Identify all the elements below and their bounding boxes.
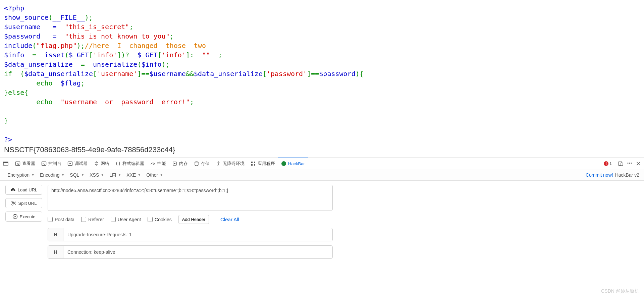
page-content: <?php show_source(__FILE__); $username =… bbox=[0, 0, 644, 158]
header-value[interactable]: Upgrade-Insecure-Requests: 1 bbox=[63, 228, 332, 241]
url-input[interactable] bbox=[48, 185, 333, 211]
svg-point-8 bbox=[195, 162, 198, 163]
error-counter[interactable]: !1 bbox=[604, 161, 612, 166]
hackbar-left-buttons: Load URL Split URL Execute bbox=[5, 185, 42, 259]
error-icon: ! bbox=[604, 161, 608, 166]
devtools-panel: 查看器 控制台 调试器 网络 样式编辑器 性能 内存 存储 无障碍环境 应用程序… bbox=[0, 158, 644, 263]
svg-rect-1 bbox=[3, 162, 8, 163]
commit-link[interactable]: Commit now!HackBar v2 bbox=[586, 172, 639, 178]
svg-point-5 bbox=[69, 163, 71, 164]
svg-rect-7 bbox=[174, 163, 175, 164]
checkbox-referer[interactable]: Referer bbox=[81, 217, 104, 222]
svg-rect-3 bbox=[42, 162, 46, 165]
dock-icon[interactable] bbox=[3, 161, 9, 167]
header-row[interactable]: H Connection: keep-alive bbox=[48, 245, 333, 259]
scissors-icon bbox=[11, 200, 16, 206]
load-url-button[interactable]: Load URL bbox=[5, 185, 42, 195]
menu-other[interactable]: Other▼ bbox=[144, 169, 166, 181]
close-devtools-icon[interactable] bbox=[635, 161, 641, 167]
menu-xss[interactable]: XSS▼ bbox=[87, 169, 107, 181]
hackbar-toolbar: Encryption▼ Encoding▼ SQL▼ XSS▼ LFI▼ XXE… bbox=[0, 169, 644, 181]
tab-applications[interactable]: 应用程序 bbox=[248, 158, 278, 169]
header-row[interactable]: H Upgrade-Insecure-Requests: 1 bbox=[48, 228, 333, 241]
menu-encryption[interactable]: Encryption▼ bbox=[5, 169, 37, 181]
svg-rect-11 bbox=[254, 162, 255, 163]
header-marker: H bbox=[48, 228, 63, 241]
svg-point-17 bbox=[12, 201, 13, 202]
flag-output: NSSCTF{70863063-8f55-4e9e-9afe-78856d233… bbox=[4, 145, 640, 154]
hackbar-version: HackBar v2 bbox=[615, 172, 639, 178]
add-header-button[interactable]: Add Header bbox=[178, 215, 209, 224]
menu-sql[interactable]: SQL▼ bbox=[67, 169, 87, 181]
responsive-mode-icon[interactable] bbox=[618, 161, 624, 167]
header-value[interactable]: Connection: keep-alive bbox=[63, 246, 332, 258]
tab-performance[interactable]: 性能 bbox=[147, 158, 169, 169]
tab-console[interactable]: 控制台 bbox=[38, 158, 64, 169]
menu-xxe[interactable]: XXE▼ bbox=[124, 169, 144, 181]
play-icon bbox=[12, 214, 18, 219]
tab-network[interactable]: 网络 bbox=[91, 158, 112, 169]
tab-storage[interactable]: 存储 bbox=[191, 158, 213, 169]
php-open-tag: <?php bbox=[4, 4, 24, 12]
svg-point-9 bbox=[218, 161, 219, 162]
tab-hackbar[interactable]: HackBar bbox=[278, 158, 308, 169]
svg-point-14 bbox=[281, 161, 286, 166]
svg-rect-16 bbox=[621, 163, 623, 166]
devtools-tab-bar: 查看器 控制台 调试器 网络 样式编辑器 性能 内存 存储 无障碍环境 应用程序… bbox=[0, 158, 644, 169]
php-source-code: <?php show_source(__FILE__); $username =… bbox=[4, 3, 640, 144]
options-row: Post data Referer User Agent Cookies Add… bbox=[48, 215, 333, 224]
tab-style-editor[interactable]: 样式编辑器 bbox=[112, 158, 147, 169]
menu-lfi[interactable]: LFI▼ bbox=[107, 169, 124, 181]
tab-inspector[interactable]: 查看器 bbox=[12, 158, 38, 169]
split-url-button[interactable]: Split URL bbox=[5, 198, 42, 208]
svg-rect-12 bbox=[251, 164, 253, 166]
checkbox-cookies[interactable]: Cookies bbox=[148, 217, 172, 222]
tab-memory[interactable]: 内存 bbox=[169, 158, 191, 169]
menu-encoding[interactable]: Encoding▼ bbox=[37, 169, 67, 181]
checkbox-post-data[interactable]: Post data bbox=[48, 217, 74, 222]
cloud-download-icon bbox=[10, 187, 16, 192]
execute-button[interactable]: Execute bbox=[5, 212, 42, 222]
watermark: CSDN @妙尽璇机 bbox=[601, 288, 639, 294]
svg-rect-13 bbox=[254, 164, 255, 166]
header-marker: H bbox=[48, 246, 63, 258]
svg-rect-10 bbox=[251, 162, 253, 163]
clear-all-link[interactable]: Clear All bbox=[220, 217, 239, 222]
svg-point-18 bbox=[12, 204, 13, 205]
php-close-tag: ?> bbox=[4, 135, 12, 143]
hackbar-body: Load URL Split URL Execute Post data Ref… bbox=[0, 181, 644, 263]
tab-debugger[interactable]: 调试器 bbox=[64, 158, 91, 169]
more-icon[interactable]: ··· bbox=[627, 161, 633, 167]
tab-accessibility[interactable]: 无障碍环境 bbox=[213, 158, 248, 169]
checkbox-user-agent[interactable]: User Agent bbox=[111, 217, 141, 222]
